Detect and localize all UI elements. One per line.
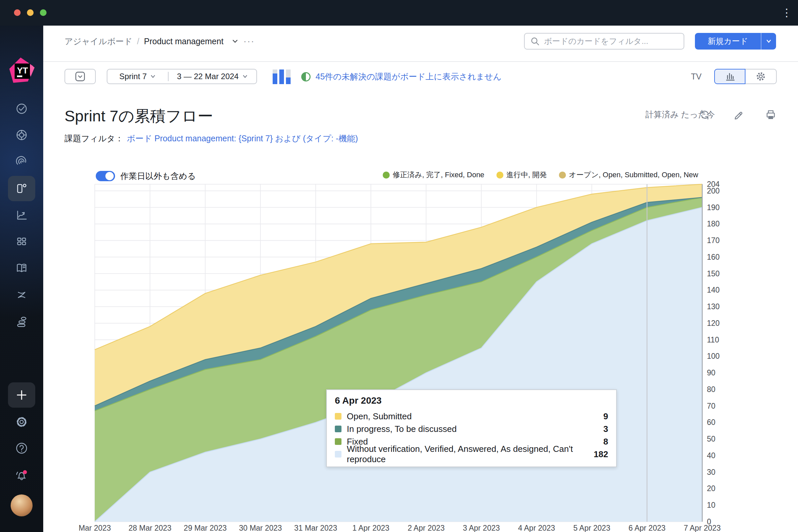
svg-text:4 Apr 2023: 4 Apr 2023	[518, 524, 555, 532]
tooltip-value: 8	[604, 437, 608, 447]
svg-text:180: 180	[707, 220, 720, 228]
youtrack-window: ⋮ YT	[0, 0, 798, 532]
svg-text:40: 40	[707, 451, 716, 460]
svg-text:80: 80	[707, 385, 716, 394]
swatch-open	[335, 413, 341, 420]
tooltip-label: In progress, To be discussed	[347, 424, 604, 434]
tooltip-row: Open, Submitted 9	[335, 410, 608, 423]
svg-text:190: 190	[707, 203, 720, 212]
svg-text:5 Apr 2023: 5 Apr 2023	[573, 524, 610, 532]
tooltip-label: Open, Submitted	[347, 411, 604, 422]
swatch-in-progress	[335, 425, 341, 432]
svg-text:Mar 2023: Mar 2023	[78, 524, 111, 532]
svg-text:28 Mar 2023: 28 Mar 2023	[129, 524, 172, 532]
svg-text:29 Mar 2023: 29 Mar 2023	[184, 524, 227, 532]
tooltip-label: Without verification, Verified, Answered…	[347, 444, 594, 464]
svg-text:10: 10	[707, 501, 716, 509]
svg-text:150: 150	[707, 269, 720, 278]
svg-text:50: 50	[707, 435, 716, 443]
svg-text:130: 130	[707, 302, 720, 311]
svg-text:30 Mar 2023: 30 Mar 2023	[239, 524, 282, 532]
swatch-fixed	[335, 438, 341, 445]
tooltip-date: 6 Apr 2023	[335, 395, 608, 406]
svg-text:90: 90	[707, 368, 716, 377]
swatch-resolved	[335, 451, 341, 457]
tooltip-row: In progress, To be discussed 3	[335, 423, 608, 435]
svg-text:30: 30	[707, 468, 716, 476]
svg-text:6 Apr 2023: 6 Apr 2023	[628, 524, 665, 532]
svg-text:60: 60	[707, 418, 716, 426]
svg-text:70: 70	[707, 402, 716, 410]
svg-text:3 Apr 2023: 3 Apr 2023	[463, 524, 500, 532]
svg-text:2 Apr 2023: 2 Apr 2023	[407, 524, 444, 532]
svg-text:160: 160	[707, 253, 720, 261]
svg-text:100: 100	[707, 352, 720, 360]
tooltip-row: Without verification, Verified, Answered…	[335, 448, 608, 460]
tooltip-value: 9	[604, 411, 608, 422]
svg-text:120: 120	[707, 319, 720, 327]
svg-text:200: 200	[707, 187, 720, 195]
svg-text:20: 20	[707, 484, 716, 493]
svg-text:110: 110	[707, 336, 719, 344]
tooltip-value: 3	[604, 424, 608, 434]
chart-tooltip: 6 Apr 2023 Open, Submitted 9 In progress…	[326, 390, 617, 467]
svg-text:170: 170	[707, 236, 720, 245]
svg-text:1 Apr 2023: 1 Apr 2023	[353, 524, 390, 532]
svg-text:140: 140	[707, 286, 720, 294]
svg-text:7 Apr 2023: 7 Apr 2023	[684, 524, 721, 532]
tooltip-value: 182	[594, 449, 608, 459]
svg-text:31 Mar 2023: 31 Mar 2023	[294, 524, 337, 532]
